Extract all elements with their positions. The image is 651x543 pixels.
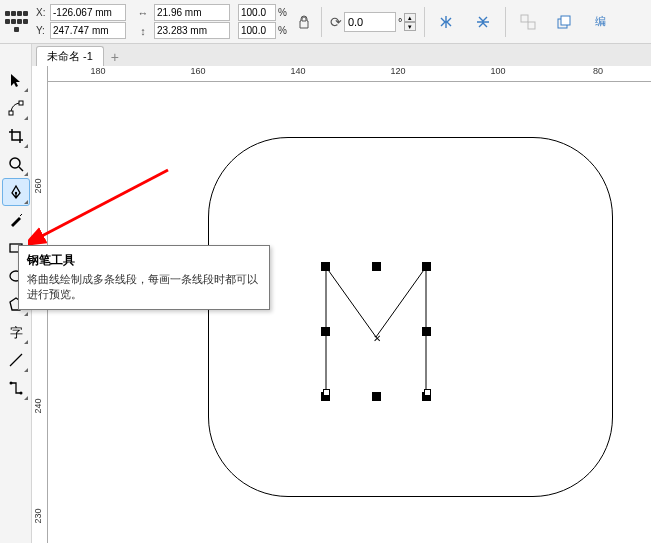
svg-text:字: 字 [10,325,23,340]
ungroup-button [514,8,542,36]
annotation-arrow [28,160,178,250]
text-tool[interactable]: 字 [2,318,30,346]
rotation-input[interactable] [344,12,396,32]
document-tabs: 未命名 -1 + [32,44,651,66]
anchor-grid-icon[interactable] [4,10,28,34]
crop-tool[interactable] [2,122,30,150]
zoom-tool[interactable] [2,150,30,178]
tab-add-button[interactable]: + [106,48,124,66]
mirror-vertical-button[interactable] [469,8,497,36]
selection-handle[interactable] [372,392,381,401]
horizontal-ruler: 180 160 140 120 100 80 [48,66,651,82]
width-input[interactable] [154,4,230,21]
x-input[interactable] [50,4,126,21]
edit-button[interactable]: 编 [586,8,614,36]
separator [321,7,322,37]
mirror-horizontal-button[interactable] [433,8,461,36]
svg-rect-0 [521,15,528,22]
rotation-spinner[interactable]: ▴▾ [404,13,416,31]
height-icon: ↕ [134,25,152,37]
y-input[interactable] [50,22,126,39]
shape-tool[interactable] [2,94,30,122]
svg-point-12 [9,382,12,385]
svg-rect-1 [528,22,535,29]
x-label: X: [36,7,48,18]
selection-handle[interactable] [321,327,330,336]
scale-y-input[interactable] [238,22,276,39]
selection-handle[interactable] [422,327,431,336]
tooltip-title: 钢笔工具 [27,252,261,269]
connector-tool[interactable] [2,374,30,402]
canvas[interactable]: ✕ [48,82,651,543]
scale-group: % % [238,4,287,39]
height-input[interactable] [154,22,230,39]
svg-rect-3 [561,16,570,25]
artistic-media-tool[interactable] [2,206,30,234]
to-front-button[interactable] [550,8,578,36]
scale-x-input[interactable] [238,4,276,21]
separator [505,7,506,37]
position-group: X: Y: [36,4,126,39]
y-label: Y: [36,25,48,36]
svg-rect-4 [9,111,13,115]
svg-line-14 [38,170,168,238]
tool-tooltip: 钢笔工具 将曲线绘制成多条线段，每画一条线段时都可以进行预览。 [18,245,270,310]
svg-point-7 [14,192,16,194]
svg-rect-5 [19,101,23,105]
tooltip-body: 将曲线绘制成多条线段，每画一条线段时都可以进行预览。 [27,272,261,303]
separator [424,7,425,37]
pen-tool[interactable] [2,178,30,206]
tab-document[interactable]: 未命名 -1 [36,46,104,66]
rotation-group: ⟳ ° ▴▾ [330,12,416,32]
path-node[interactable] [323,389,330,396]
path-node[interactable] [424,389,431,396]
rotate-icon: ⟳ [330,14,342,30]
svg-point-6 [10,158,20,168]
selection-handle[interactable] [372,262,381,271]
dimension-tool[interactable] [2,346,30,374]
property-bar: X: Y: ↔ ↕ % % ⟳ ° ▴▾ [0,0,651,44]
size-group: ↔ ↕ [134,4,230,39]
selection-handle[interactable] [321,262,330,271]
lock-ratio-button[interactable] [295,7,313,37]
center-marker[interactable]: ✕ [372,334,381,343]
width-icon: ↔ [134,7,152,19]
pick-tool[interactable] [2,66,30,94]
rotation-unit: ° [398,16,402,28]
svg-point-13 [19,392,22,395]
selection-handle[interactable] [422,262,431,271]
